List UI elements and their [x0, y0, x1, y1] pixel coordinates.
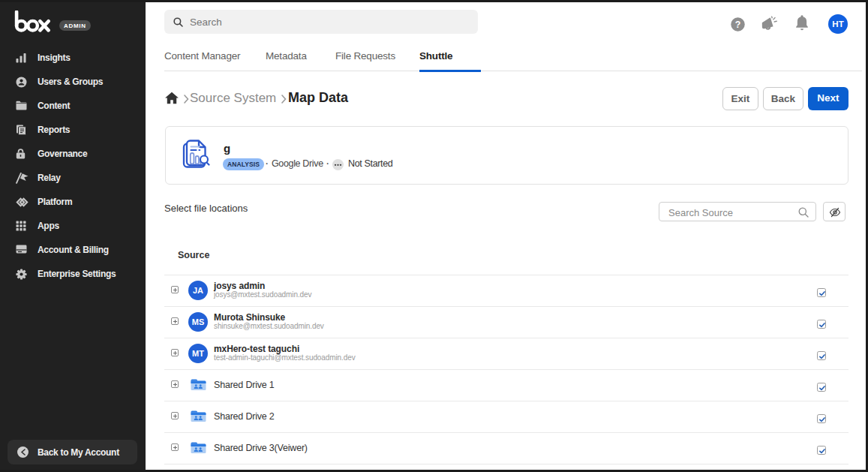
svg-text:?: ? — [735, 20, 741, 30]
